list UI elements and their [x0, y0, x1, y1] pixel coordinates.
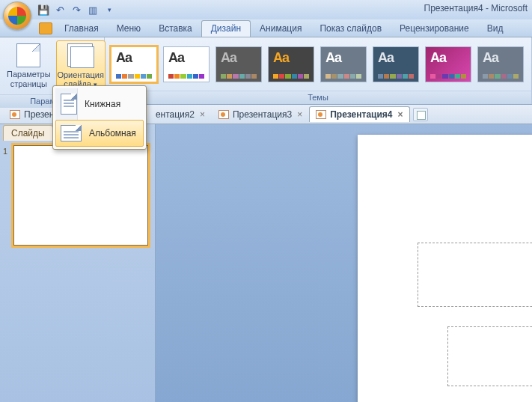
title-placeholder[interactable]: Заго	[418, 243, 532, 307]
ribbon-tab-row: Главная Меню Вставка Дизайн Анимация Пок…	[0, 19, 532, 37]
doc-tab-active[interactable]: Презентация4 ×	[309, 106, 409, 122]
orientation-landscape[interactable]: Альбомная	[55, 120, 144, 147]
subtitle-placeholder[interactable]: Подз	[447, 326, 532, 386]
doc-tab-label: Презентация3	[233, 109, 292, 120]
office-button[interactable]	[3, 1, 31, 30]
qat-more-icon[interactable]: ▾	[103, 4, 115, 16]
theme-item[interactable]: Aa	[477, 46, 524, 82]
theme-sample: Aa	[430, 50, 446, 66]
slide-canvas[interactable]: Заго Подз	[358, 135, 532, 402]
close-icon[interactable]: ×	[297, 109, 302, 120]
undo-icon[interactable]: ↶	[54, 4, 66, 16]
page-setup-icon	[16, 43, 40, 67]
orientation-icon	[70, 46, 94, 68]
landscape-icon	[61, 125, 82, 141]
save-icon[interactable]: 💾	[37, 4, 49, 16]
theme-item[interactable]: Aa	[268, 46, 314, 82]
addins-icon[interactable]	[39, 22, 52, 34]
theme-sample: Aa	[116, 50, 132, 66]
redo-icon[interactable]: ↷	[70, 4, 82, 16]
tab-menu[interactable]: Меню	[108, 21, 150, 37]
slide-orientation-button[interactable]: Ориентация слайда ▾	[56, 40, 106, 91]
quickprint-icon[interactable]: ▥	[87, 4, 99, 16]
slides-tab[interactable]: Слайды	[3, 125, 53, 141]
new-tab-button[interactable]	[413, 108, 428, 121]
tab-home[interactable]: Главная	[55, 21, 108, 37]
doc-tab-label: ентация2	[156, 109, 195, 120]
powerpoint-icon	[316, 110, 326, 119]
quick-access-toolbar: 💾 ↶ ↷ ▥ ▾	[37, 4, 115, 16]
theme-item[interactable]: Aa	[215, 46, 262, 82]
powerpoint-icon	[218, 110, 229, 119]
doc-tab-label: Презентация4	[330, 109, 392, 120]
landscape-label: Альбомная	[89, 128, 136, 138]
close-icon[interactable]: ×	[200, 109, 205, 120]
doc-tab[interactable]: ентация2 ×	[149, 106, 212, 122]
tab-design[interactable]: Дизайн	[201, 20, 251, 37]
slide-number: 1	[3, 145, 10, 246]
theme-sample: Aa	[273, 50, 289, 66]
powerpoint-icon	[10, 110, 20, 119]
page-setup-label: Параметры страницы	[7, 70, 51, 88]
theme-sample: Aa	[483, 50, 498, 66]
slide-editor: Заго Подз	[156, 124, 532, 402]
theme-sample: Aa	[378, 50, 394, 66]
slide-thumbnail[interactable]	[13, 145, 148, 246]
window-title: Презентация4 - Microsoft	[424, 3, 528, 13]
group-themes: Aa Aa Aa Aa Aa Aa	[105, 37, 532, 104]
theme-item[interactable]: Aa	[320, 46, 367, 82]
tab-animation[interactable]: Анимация	[251, 21, 311, 37]
portrait-icon	[61, 94, 77, 115]
tab-slideshow[interactable]: Показ слайдов	[311, 21, 391, 37]
theme-sample: Aa	[325, 50, 341, 66]
theme-item[interactable]: Aa	[425, 46, 471, 82]
portrait-label: Книжная	[85, 99, 120, 109]
group-label-themes: Темы	[105, 91, 531, 104]
tab-insert[interactable]: Вставка	[150, 21, 201, 37]
slides-panel: Слайды 1	[0, 124, 156, 402]
theme-item[interactable]: Aa	[163, 46, 210, 82]
page-setup-button[interactable]: Параметры страницы	[4, 40, 53, 91]
orientation-menu: Книжная Альбомная	[52, 85, 147, 150]
tab-review[interactable]: Рецензирование	[391, 21, 478, 37]
doc-tab[interactable]: Презентация3 ×	[212, 106, 309, 122]
theme-sample: Aa	[221, 50, 236, 66]
theme-sample: Aa	[168, 50, 184, 66]
orientation-portrait[interactable]: Книжная	[55, 88, 144, 120]
close-icon[interactable]: ×	[398, 109, 403, 120]
theme-office[interactable]: Aa	[111, 46, 157, 82]
tab-view[interactable]: Вид	[478, 21, 513, 37]
theme-item[interactable]: Aa	[373, 46, 419, 82]
title-bar: 💾 ↶ ↷ ▥ ▾ Презентация4 - Microsoft	[0, 0, 532, 19]
